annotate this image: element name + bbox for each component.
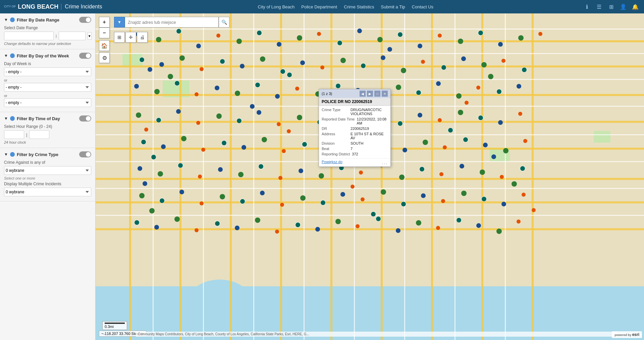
dow-select-1[interactable]: - empty - bbox=[4, 67, 91, 76]
road-mv-9 bbox=[532, 13, 534, 340]
logo-area: CITY OF LONG BEACH Crime Incidents bbox=[4, 3, 102, 10]
road-sh-7 bbox=[96, 188, 644, 189]
date-calendar-btn[interactable]: ▼ bbox=[88, 32, 92, 40]
map-canvas bbox=[96, 13, 644, 340]
popup-close-btn[interactable]: ✕ bbox=[382, 91, 388, 97]
info-icon[interactable]: ℹ bbox=[582, 2, 592, 11]
popup-expand-btn[interactable]: □ bbox=[374, 91, 380, 97]
filter-date-header: ▼ Filter By Date Range bbox=[4, 17, 91, 23]
filter-dow-label: Filter By Day of the Week bbox=[17, 53, 69, 58]
select-one-more: Select one or more bbox=[4, 176, 91, 180]
logo-city-text: CITY OF bbox=[4, 5, 16, 8]
date-start-input[interactable] bbox=[4, 32, 54, 40]
popup-enlarge-link[interactable]: Powiększ do bbox=[322, 160, 342, 165]
sidebar-collapse-btn[interactable]: ‹ bbox=[95, 101, 96, 114]
dow-select-2[interactable]: - empty - bbox=[4, 83, 91, 92]
nav-police-link[interactable]: Police Department bbox=[301, 4, 337, 9]
popup-row-date: Reported Date Time 12/23/2022, 10:08 AM bbox=[319, 116, 390, 126]
popup-val-district: 372 bbox=[352, 152, 358, 156]
nav-stats-link[interactable]: Crime Statistics bbox=[344, 4, 374, 9]
popup-next-btn[interactable]: ▶ bbox=[367, 91, 373, 97]
popup-body: Crime Type DRUG/NARCOTIC VIOLATIONS Repo… bbox=[319, 106, 390, 158]
multiple-crime-select[interactable]: 0 wybrane bbox=[4, 188, 91, 196]
filter-dow-title: ▼ Filter By Day of the Week bbox=[4, 53, 69, 58]
popup-prev-btn[interactable]: ◀ bbox=[360, 91, 366, 97]
user-icon[interactable]: 👤 bbox=[619, 2, 628, 11]
park-4 bbox=[594, 131, 610, 143]
collapse-arrow-date[interactable]: ▼ bbox=[4, 17, 8, 22]
filter-dot-dow bbox=[10, 53, 15, 58]
collapse-arrow-dow[interactable]: ▼ bbox=[4, 53, 8, 58]
zoom-in-button[interactable]: + bbox=[99, 17, 110, 28]
basemap-button[interactable]: ⊞ bbox=[114, 32, 125, 43]
toggle-tod[interactable] bbox=[79, 115, 91, 122]
popup-row-dr: DR 220062519 bbox=[319, 126, 390, 131]
header: CITY OF LONG BEACH Crime Incidents City … bbox=[0, 0, 644, 13]
date-end-input[interactable] bbox=[59, 32, 86, 40]
search-dropdown-button[interactable]: ▼ bbox=[114, 17, 125, 28]
filter-dot-tod bbox=[10, 116, 15, 121]
hour-end-input[interactable] bbox=[29, 130, 49, 139]
filter-date-range: ▼ Filter By Date Range Select Date Range… bbox=[0, 13, 95, 49]
collapse-arrow-ct[interactable]: ▼ bbox=[4, 152, 8, 157]
road-sv-2 bbox=[203, 13, 204, 340]
dow-select-3[interactable]: - empty - bbox=[4, 98, 91, 107]
popup-window: (1 z 3) ◀ ▶ □ ✕ POLICE DR NO 220062519 C… bbox=[319, 89, 391, 167]
road-sv-7 bbox=[454, 13, 455, 340]
search-input[interactable] bbox=[125, 17, 219, 28]
search-submit-button[interactable]: 🔍 bbox=[219, 17, 229, 28]
tod-label: Select Hour Range (0 - 24) bbox=[4, 124, 91, 129]
popup-footer: Powiększ do ... bbox=[319, 158, 390, 166]
zoom-controls: + − bbox=[99, 17, 110, 38]
move-button[interactable]: ✛ bbox=[125, 32, 136, 43]
locate-button[interactable]: ⊙ bbox=[99, 52, 110, 63]
filter-ct-title: ▼ Filter by Crime Type bbox=[4, 152, 58, 157]
map-controls: + − 🏠 ⊙ bbox=[99, 17, 110, 63]
popup-key-district: Reporting District bbox=[322, 152, 350, 156]
list-icon[interactable]: ☰ bbox=[594, 2, 604, 11]
toggle-date[interactable] bbox=[79, 17, 91, 23]
road-mh-1 bbox=[96, 40, 644, 42]
road-mv-5 bbox=[330, 13, 332, 340]
crime-type-select[interactable]: 0 wybrane bbox=[4, 166, 91, 175]
scale-label: 0.3mi bbox=[105, 325, 114, 329]
popup-row-division: Division SOUTH bbox=[319, 141, 390, 146]
multiple-crime-label: Display Multiple Crime Incidents bbox=[4, 182, 91, 186]
clock-note: 24 hour clock bbox=[4, 140, 91, 144]
road-mh-7 bbox=[96, 201, 644, 203]
road-mv-6 bbox=[381, 13, 383, 340]
popup-val-dr: 220062519 bbox=[351, 127, 369, 131]
popup-title: POLICE DR NO 220062519 bbox=[319, 98, 390, 106]
map-area[interactable]: + − 🏠 ⊙ ▼ 🔍 ⊞ ✛ 🖨 (1 z 3) ◀ ▶ □ bbox=[96, 13, 644, 340]
hour-start-input[interactable] bbox=[4, 130, 24, 139]
toggle-dow[interactable] bbox=[79, 53, 91, 59]
bell-icon[interactable]: 🔔 bbox=[631, 2, 640, 11]
search-bar: ▼ 🔍 bbox=[114, 17, 229, 28]
hour-range-row: | bbox=[4, 130, 91, 139]
road-mv-3 bbox=[230, 13, 232, 340]
popup-key-dr: DR bbox=[322, 127, 348, 131]
app-title: Crime Incidents bbox=[61, 4, 102, 10]
nav-city-link[interactable]: City of Long Beach bbox=[258, 4, 294, 9]
road-mv-4 bbox=[280, 13, 282, 340]
grid-icon[interactable]: ⊞ bbox=[606, 2, 616, 11]
home-button[interactable]: 🏠 bbox=[99, 40, 110, 51]
or-label-1: or bbox=[4, 78, 91, 82]
filter-dow-header: ▼ Filter By Day of the Week bbox=[4, 53, 91, 59]
park-1 bbox=[122, 54, 143, 67]
collapse-arrow-tod[interactable]: ▼ bbox=[4, 116, 8, 121]
popup-more-btn[interactable]: ... bbox=[382, 160, 388, 165]
select-date-range-label: Select Date Range bbox=[4, 26, 91, 30]
print-button[interactable]: 🖨 bbox=[137, 32, 148, 43]
road-sh-8 bbox=[96, 215, 644, 216]
park-3 bbox=[490, 148, 510, 161]
filter-dot-ct bbox=[10, 152, 15, 157]
header-icons: ℹ ☰ ⊞ 👤 🔔 bbox=[582, 2, 640, 11]
popup-val-beat: 7 bbox=[351, 147, 353, 151]
filter-dot-date bbox=[10, 17, 15, 22]
nav-tip-link[interactable]: Submit a Tip bbox=[381, 4, 405, 9]
main-layout: ▼ Filter By Date Range Select Date Range… bbox=[0, 13, 644, 340]
toggle-ct[interactable] bbox=[79, 151, 91, 157]
nav-contact-link[interactable]: Contact Us bbox=[412, 4, 433, 9]
zoom-out-button[interactable]: − bbox=[99, 28, 110, 38]
